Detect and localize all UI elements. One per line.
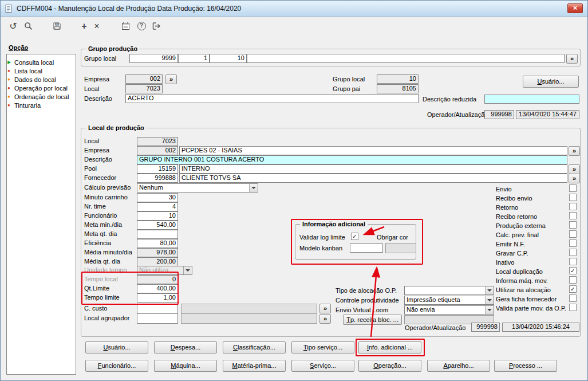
grupo-local-desc-field[interactable] [247,54,565,63]
flag-checkbox-gera-ficha-fornecedor[interactable] [569,294,577,302]
tempo-limite-field[interactable]: 1,00 [137,293,178,303]
obrigar-cor-label: Obrigar cor [377,234,408,241]
flag-checkbox-retorno[interactable] [569,203,577,210]
processo-button[interactable]: Processo ... [494,360,557,372]
flag-label-emitir-nf: Emitir N.F. [496,241,525,248]
flag-checkbox-inativo[interactable] [569,258,577,265]
grupo-local-label: Grupo local [84,55,116,62]
sidebar-item-lista-local[interactable]: Lista local [7,66,75,75]
calculo-previsao-select[interactable]: Nenhum [137,183,258,193]
flag-label-recibo-retorno: Recibo retorno [496,213,537,221]
save-icon[interactable] [51,21,62,32]
flag-checkbox-recibo-retorno[interactable] [569,212,577,219]
delete-icon[interactable]: × [91,21,102,32]
usuario-header-button[interactable]: Usuário... [523,76,579,88]
red-dot-icon [7,103,14,108]
maquina-button[interactable]: Máquina... [154,360,217,372]
local-agrupador-lookup-button[interactable]: » [319,314,331,324]
despesa-button[interactable]: Despesa... [154,341,217,353]
prod-descricao-field[interactable]: GRUPO INTERNO 001 COSTURA ACERTO [137,155,567,164]
qt-limite-field[interactable]: 400,00 [137,284,178,293]
grupo-local-code2-field[interactable]: 1 [178,54,210,63]
validar-log-limite-label: Validar log limite [299,234,345,241]
tipo-servico-button[interactable]: Tipo serviço... [291,341,354,353]
flag-checkbox-envio[interactable] [569,184,577,192]
modelo-kanban-field[interactable] [350,243,383,253]
flag-checkbox-recibo-envio[interactable] [569,194,577,201]
grupo-local-code1-field[interactable]: 9999 [129,54,178,63]
prod-empresa-label: Empresa [84,147,109,154]
info-adicional-button[interactable]: Info. adicional ... [358,341,421,353]
aparelho-button[interactable]: Aparelho... [427,360,490,372]
sidebar-item-operacao-por-local[interactable]: Operação por local [7,84,75,92]
envio-virtual-loom-select[interactable]: Não envia [404,305,494,315]
nr-time-field[interactable]: 4 [137,202,178,211]
envio-virtual-loom-value: Não envia [407,306,435,313]
flag-label-calc-prev-final: Calc. prev. final [496,231,539,239]
flag-checkbox-gravar-cp[interactable] [569,249,577,256]
pool-desc-field[interactable]: INTERNO [179,164,567,174]
empresa-lookup-button[interactable]: » [165,74,177,84]
flag-label-gera-ficha-fornecedor: Gera ficha fornecedor [496,296,557,303]
grupo-local-lookup-button[interactable]: » [566,54,578,64]
add-icon[interactable]: + [78,21,90,32]
toolbar: ↺ + × ? [1,17,587,34]
descricao-reduzida-field[interactable] [484,95,579,104]
funcionario-field[interactable]: 10 [137,211,178,221]
flag-checkbox-valida-parte-mov[interactable] [569,304,577,311]
usuario-button[interactable]: Usuário... [85,341,148,353]
funcionario-button[interactable]: Funcionário... [85,360,148,372]
validar-log-limite-checkbox[interactable]: ✓ [351,233,358,240]
tp-receita-bloc-button[interactable]: Tp. receita bloc. ... [343,315,402,325]
grupo-local-code3-field[interactable]: 10 [210,54,247,63]
search-icon[interactable] [22,21,34,32]
help-icon[interactable]: ? [136,21,147,32]
eficiencia-field[interactable]: 80,00 [137,239,178,248]
classificacao-button[interactable]: Classificação... [223,341,286,353]
prod-local-label: Local [84,138,99,145]
pool-field[interactable]: 15159 [137,164,178,174]
meta-min-dia-field[interactable]: 540,00 [137,221,178,230]
flag-checkbox-producao-externa[interactable] [569,221,577,229]
exit-icon[interactable] [151,21,162,32]
c-custo-lookup-button[interactable]: » [319,304,331,313]
meta-qt-dia-field[interactable] [137,230,178,239]
flag-checkbox-informa-maq-mov[interactable] [569,276,577,284]
sidebar-item-ordenacao-de-local[interactable]: Ordenação de local [7,92,75,101]
controle-produtividade-label: Controle produtividade [336,297,399,304]
close-button[interactable]: × [567,3,583,13]
minuto-carrinho-field[interactable]: 30 [137,193,178,202]
title-bar[interactable]: CDFFM004 - Manutenção Local de Produção … [1,1,587,17]
servico-button[interactable]: Serviço... [291,360,354,372]
materia-prima-button[interactable]: Matéria-prima... [223,360,286,372]
c-custo-field[interactable] [137,304,178,314]
calculo-previsao-value: Nenhum [139,184,163,191]
fornecedor-field[interactable]: 999888 [137,174,178,183]
operacao-button[interactable]: Operação... [358,360,421,372]
pool-lookup-button[interactable]: » [569,164,580,174]
fornecedor-lookup-button[interactable]: » [569,174,580,183]
grupo-pai-field: 8105 [377,84,419,93]
sidebar-item-label: Dados do local [14,76,56,83]
undo-icon[interactable]: ↺ [7,21,19,32]
unidade-tempo-label: Unidade tempo [84,266,127,274]
descricao-field[interactable]: ACERTO [125,94,419,103]
sidebar-item-dados-do-local[interactable]: Dados do local [7,75,75,84]
calendar-icon[interactable] [120,21,131,32]
sidebar-item-consulta-local[interactable]: Consulta local [7,58,75,66]
controle-produtividade-select[interactable]: Impressão etiqueta [404,296,494,305]
sidebar-item-label: Consulta local [14,59,54,66]
tempo-local-label: Tempo local [84,276,118,283]
fornecedor-desc-field[interactable]: CLIENTE TOTVS SA [179,174,567,183]
prod-empresa-lookup-button[interactable]: » [569,146,580,156]
media-qt-dia-field: 200,00 [137,257,178,266]
flag-checkbox-utilizar-alocacao[interactable]: ✓ [569,285,577,293]
flag-checkbox-local-duplicacao[interactable]: ✓ [569,267,577,274]
operador-data-field: 13/04/2020 15:44:47 [516,110,579,119]
flag-checkbox-emitir-nf[interactable] [569,239,577,247]
local-agrupador-field[interactable] [137,313,178,324]
tipo-alocacao-select[interactable] [404,286,494,295]
sidebar-item-tinturaria[interactable]: Tinturaria [7,101,75,109]
prod-empresa-desc-field[interactable]: PCPDES 02 - ISAIAS [179,146,567,155]
flag-checkbox-calc-prev-final[interactable] [569,230,577,238]
